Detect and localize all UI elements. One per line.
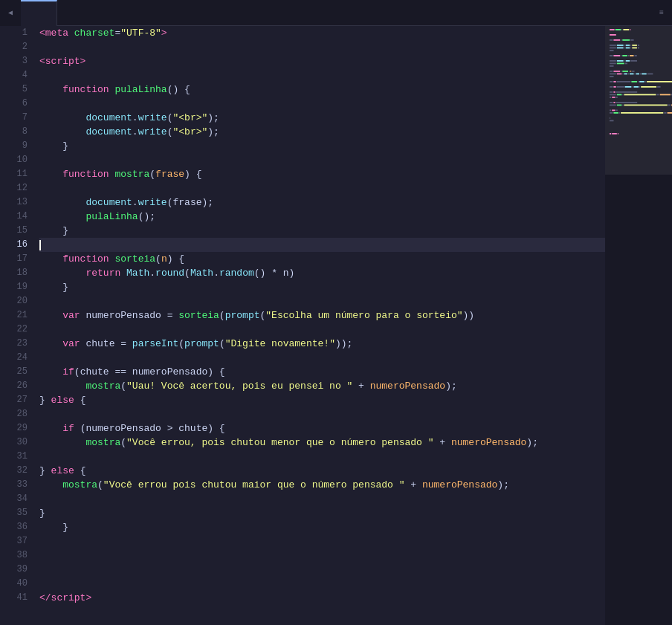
code-line-6 [39,97,605,111]
code-line-10 [39,153,605,167]
line-number-27: 27 [0,393,28,407]
token-plain: . [132,112,138,123]
token-fn: mostra [85,380,120,392]
code-line-13: document.write(frase); [39,195,605,210]
token-plain: ( [97,479,103,490]
token-kw: var [62,310,80,321]
token-method: prompt [225,310,260,321]
line-number-12: 12 [0,181,28,195]
editor: 1234567891011121314151617181920212223242… [0,26,672,625]
tab-bar-left-arrow[interactable]: ◀ [0,0,21,26]
token-str: "Escolha um número para o sorteio" [265,310,462,321]
tab-jogo-adivinha[interactable] [21,0,57,26]
token-kw: return [85,268,120,279]
code-line-3: <script> [39,54,605,68]
tab-close-button[interactable] [36,7,48,19]
arrow-left-icon: ◀ [8,8,13,17]
code-area[interactable]: <meta charset="UTF-8"><script> function … [33,26,605,625]
code-line-11: function mostra(frase) { [39,167,605,181]
token-str: "<br>" [172,112,207,123]
token-plain: ); [497,479,509,490]
code-line-24 [39,351,605,365]
token-plain [39,211,85,222]
token-fn: mostra [62,479,97,490]
line-number-3: 3 [0,54,28,68]
line-number-19: 19 [0,280,28,294]
token-plain: . [132,197,138,208]
token-param: n [161,253,167,265]
line-number-33: 33 [0,478,28,492]
token-plain [39,338,62,349]
token-plain: + [405,479,422,490]
token-plain: ( [149,169,155,180]
tab-bar: ◀ ≡ [0,0,672,26]
code-line-32: } else { [39,464,605,478]
code-line-20 [39,294,605,308]
token-obj: Math [126,268,149,279]
token-method: write [138,126,167,137]
token-plain: () { [167,84,190,95]
token-kw: function [62,253,109,265]
code-line-28 [39,407,605,421]
line-number-22: 22 [0,323,28,337]
code-line-17: function sorteia(n) { [39,252,605,266]
token-plain: } [39,282,68,293]
token-plain [39,380,85,392]
token-tag: script [51,592,86,603]
code-line-29: if (numeroPensado > chute) { [39,421,605,435]
code-line-9: } [39,139,605,153]
tab-bar-right-btn[interactable]: ≡ [651,0,672,26]
token-str: "Você errou, pois chutou menor que o núm… [126,437,433,448]
token-plain: ( [120,437,126,448]
token-method: write [138,112,167,123]
token-obj: document [85,197,132,208]
token-kw: function [62,84,109,95]
token-plain [39,84,62,95]
line-number-36: 36 [0,520,28,534]
token-fn: mostra [85,437,120,448]
line-number-37: 37 [0,534,28,548]
token-kw: if [62,423,74,434]
token-kw: else [51,465,74,476]
token-plain: ( [184,268,190,279]
token-plain [39,126,85,137]
code-line-31 [39,450,605,464]
line-number-35: 35 [0,506,28,520]
token-fn: mostra [114,169,149,180]
line-number-32: 32 [0,464,28,478]
token-tag: > [161,27,167,39]
token-fn: pulaLinha [85,211,138,222]
token-plain: (numeroPensado > chute) { [74,423,225,434]
line-number-14: 14 [0,210,28,224]
line-number-18: 18 [0,266,28,280]
line-number-39: 39 [0,563,28,577]
code-line-40 [39,577,605,591]
line-number-34: 34 [0,492,28,506]
token-plain: )); [335,338,358,349]
token-plain: . [132,126,138,137]
token-plain [39,310,62,321]
token-str: "UTF-8" [120,27,161,39]
line-number-7: 7 [0,111,28,125]
code-line-14: pulaLinha(); [39,210,605,224]
token-plain: . [149,268,155,279]
token-plain: . [213,268,219,279]
line-number-40: 40 [0,577,28,591]
token-str: "<br>" [172,126,207,137]
code-line-4 [39,68,605,82]
line-number-29: 29 [0,421,28,435]
token-plain [39,112,85,123]
token-plain: () * n) [254,268,295,279]
token-orange: numeroPensado [451,437,526,448]
line-number-8: 8 [0,125,28,139]
token-orange: numeroPensado [422,479,497,490]
token-str: "Digite novamente!" [225,338,335,349]
token-method: write [138,197,167,208]
code-line-36: } [39,520,605,534]
minimap [605,26,672,625]
token-plain: } [39,522,68,533]
token-plain: } [39,508,45,519]
tab-scroll-icon: ≡ [659,9,664,17]
code-line-25: if(chute == numeroPensado) { [39,365,605,379]
code-line-30: mostra("Você errou, pois chutou menor qu… [39,435,605,450]
